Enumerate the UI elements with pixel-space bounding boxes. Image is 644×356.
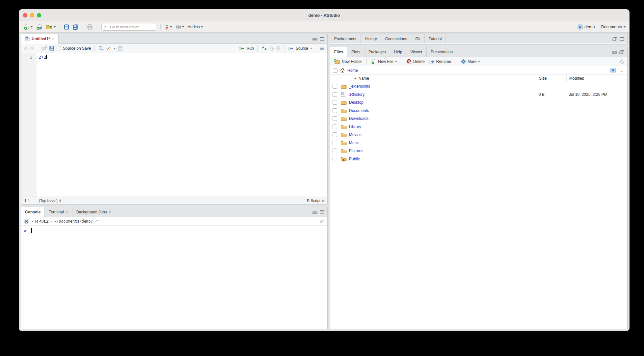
project-selector[interactable]: R demo — Documents bbox=[577, 24, 626, 30]
source-on-save-toggle[interactable]: Source on Save bbox=[57, 46, 91, 51]
compile-report-icon[interactable] bbox=[118, 46, 122, 51]
close-tab-icon[interactable]: × bbox=[66, 210, 68, 214]
clear-console-icon[interactable] bbox=[320, 219, 325, 224]
document-outline-icon[interactable] bbox=[320, 46, 325, 50]
source-button[interactable]: Source bbox=[288, 46, 312, 51]
file-name-link[interactable]: _extensions bbox=[347, 84, 536, 89]
file-name-link[interactable]: Pictures bbox=[347, 149, 536, 153]
tab-tutorial[interactable]: Tutorial bbox=[425, 34, 446, 43]
close-tab-icon[interactable]: × bbox=[109, 210, 111, 214]
breadcrumb-home-link[interactable]: Home bbox=[347, 68, 358, 73]
file-row[interactable]: Music bbox=[330, 139, 627, 147]
forward-icon[interactable] bbox=[30, 46, 34, 50]
file-row[interactable]: Desktop bbox=[330, 98, 627, 107]
open-directory-icon[interactable] bbox=[95, 219, 99, 223]
file-checkbox[interactable] bbox=[333, 116, 337, 121]
console-input-area[interactable]: > bbox=[21, 226, 327, 329]
file-name-link[interactable]: Public bbox=[347, 157, 536, 161]
version-control-button[interactable] bbox=[164, 24, 173, 30]
file-row[interactable]: Movies bbox=[330, 131, 627, 139]
goto-file-input[interactable] bbox=[109, 25, 147, 29]
file-checkbox[interactable] bbox=[333, 100, 337, 105]
tab-environment[interactable]: Environment bbox=[330, 34, 361, 43]
r-project-badge-icon[interactable]: R bbox=[610, 68, 616, 73]
tab-presentation[interactable]: Presentation bbox=[427, 47, 457, 57]
select-all-checkbox[interactable] bbox=[333, 68, 337, 73]
maximize-pane-icon[interactable] bbox=[620, 37, 624, 41]
file-checkbox[interactable] bbox=[333, 108, 337, 113]
open-file-button[interactable] bbox=[45, 24, 57, 30]
file-checkbox[interactable] bbox=[333, 84, 337, 89]
file-name-link[interactable]: Downloads bbox=[347, 116, 536, 121]
refresh-icon[interactable] bbox=[620, 59, 625, 64]
r-version-caret-icon[interactable] bbox=[31, 221, 33, 222]
file-checkbox[interactable] bbox=[333, 92, 337, 97]
close-tab-icon[interactable]: × bbox=[52, 37, 54, 41]
file-row[interactable]: _extensions bbox=[330, 82, 627, 91]
restore-pane-icon[interactable] bbox=[612, 37, 617, 41]
file-checkbox[interactable] bbox=[333, 124, 337, 129]
new-project-button[interactable]: R bbox=[35, 23, 43, 31]
workspace-panes-button[interactable] bbox=[175, 24, 185, 30]
file-name-link[interactable]: .Rhistory bbox=[347, 92, 536, 97]
save-icon[interactable] bbox=[49, 46, 54, 51]
tab-console[interactable]: Console bbox=[21, 207, 45, 217]
print-button[interactable] bbox=[86, 24, 94, 30]
file-row[interactable]: Public bbox=[330, 155, 627, 163]
scope-selector[interactable]: (Top Level) bbox=[39, 199, 61, 203]
save-all-button[interactable] bbox=[72, 24, 80, 30]
file-name-link[interactable]: Music bbox=[347, 141, 536, 145]
column-header-modified[interactable]: Modified bbox=[566, 75, 627, 82]
rerun-icon[interactable] bbox=[261, 46, 267, 50]
file-checkbox[interactable] bbox=[333, 132, 337, 137]
goto-file-search[interactable] bbox=[101, 23, 156, 31]
maximize-pane-icon[interactable] bbox=[320, 210, 324, 214]
minimize-pane-icon[interactable] bbox=[312, 210, 317, 214]
run-button[interactable]: Run bbox=[239, 46, 254, 51]
tab-background-jobs[interactable]: Background Jobs × bbox=[72, 207, 116, 217]
tab-untitled1[interactable]: R Untitled1* × bbox=[21, 34, 59, 44]
file-row[interactable]: Documents bbox=[330, 107, 627, 115]
tab-history[interactable]: History bbox=[361, 34, 381, 43]
new-file-button[interactable] bbox=[23, 23, 34, 31]
delete-button[interactable]: Delete bbox=[405, 58, 426, 65]
tab-connections[interactable]: Connections bbox=[381, 34, 412, 43]
back-icon[interactable] bbox=[24, 46, 28, 50]
go-to-next-icon[interactable] bbox=[276, 46, 281, 51]
new-file-button-files[interactable]: New File bbox=[370, 58, 398, 65]
file-checkbox[interactable] bbox=[333, 141, 337, 145]
file-checkbox[interactable] bbox=[333, 157, 337, 161]
addins-button[interactable]: Addins bbox=[187, 24, 204, 30]
column-header-name[interactable]: Name bbox=[347, 76, 536, 81]
find-replace-icon[interactable] bbox=[98, 46, 104, 51]
file-name-link[interactable]: Library bbox=[347, 124, 536, 129]
restore-pane-icon[interactable] bbox=[619, 50, 624, 54]
file-checkbox[interactable] bbox=[333, 149, 337, 153]
code-editor[interactable]: 1 2+2 bbox=[21, 53, 327, 197]
tab-terminal[interactable]: Terminal × bbox=[45, 207, 72, 217]
tab-git[interactable]: Git bbox=[411, 34, 424, 43]
new-folder-button[interactable]: New Folder bbox=[333, 58, 363, 65]
file-name-link[interactable]: Movies bbox=[347, 132, 536, 137]
maximize-pane-icon[interactable] bbox=[320, 37, 324, 41]
path-ellipsis-button[interactable]: ... bbox=[618, 68, 625, 73]
source-on-save-checkbox[interactable] bbox=[57, 46, 61, 50]
file-row[interactable]: Pictures bbox=[330, 147, 627, 155]
file-row[interactable]: Library bbox=[330, 123, 627, 131]
tab-files[interactable]: Files bbox=[330, 47, 347, 57]
more-button[interactable]: More bbox=[459, 58, 481, 65]
tab-viewer[interactable]: Viewer bbox=[406, 47, 426, 57]
tab-plots[interactable]: Plots bbox=[347, 47, 364, 57]
file-row[interactable]: .Rhistory 0 B Jul 10, 2025, 2:26 PM bbox=[330, 91, 627, 99]
code-tools-button[interactable] bbox=[106, 46, 116, 51]
popout-icon[interactable] bbox=[42, 46, 47, 50]
minimize-pane-icon[interactable] bbox=[612, 50, 617, 54]
column-header-size[interactable]: Size bbox=[536, 75, 566, 82]
tab-packages[interactable]: Packages bbox=[364, 47, 390, 57]
file-row[interactable]: Downloads bbox=[330, 115, 627, 123]
go-to-previous-icon[interactable] bbox=[270, 46, 274, 51]
minimize-pane-icon[interactable] bbox=[312, 37, 317, 41]
file-name-link[interactable]: Documents bbox=[347, 108, 536, 113]
file-type-selector[interactable]: R Script bbox=[307, 199, 324, 203]
save-button[interactable] bbox=[63, 24, 70, 30]
